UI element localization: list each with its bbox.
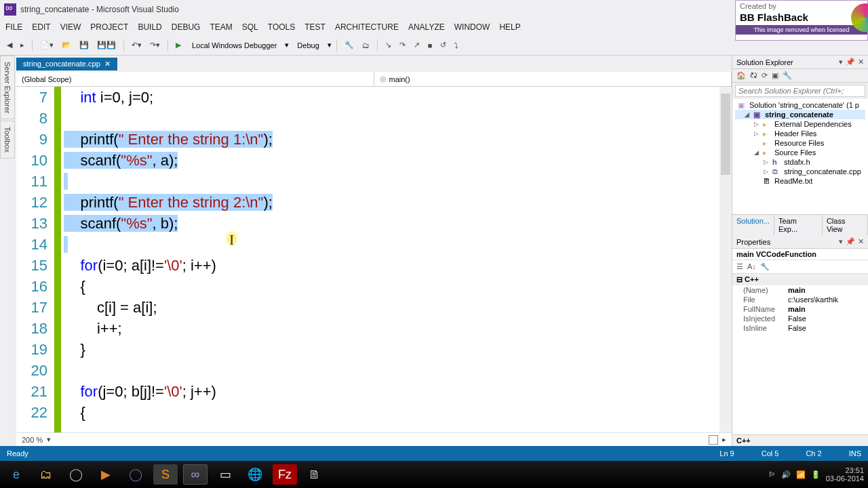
document-tab-active[interactable]: string_concatenate.cpp ✕ — [16, 58, 117, 70]
menu-test[interactable]: TEST — [304, 22, 326, 32]
taskbar-eclipse2-icon[interactable]: ◯ — [123, 464, 148, 485]
forward-button[interactable]: ▸ — [18, 39, 27, 51]
tray-flag-icon[interactable]: 🏳 — [768, 470, 776, 479]
taskbar: e 🗂 ◯ ▶ ◯ S ∞ ▭ 🌐 Fz 🗎 🏳 🔊 📶 🔋 23:51 03-… — [0, 461, 868, 488]
editor-vertical-scrollbar[interactable] — [719, 87, 732, 432]
menu-help[interactable]: HELP — [499, 22, 520, 32]
stop-icon[interactable]: ■ — [425, 40, 435, 51]
scope-right[interactable]: main() — [374, 72, 732, 86]
config-dropdown[interactable]: Debug — [292, 41, 324, 49]
debugger-target[interactable]: Local Windows Debugger — [186, 41, 282, 49]
taskbar-notepad-icon[interactable]: ▭ — [213, 464, 237, 485]
step-over-icon[interactable]: ↷ — [397, 39, 408, 51]
scope-left[interactable]: (Global Scope) — [16, 72, 374, 86]
tray-sound-icon[interactable]: 🔊 — [781, 470, 791, 479]
scroll-right-icon[interactable]: ▸ — [722, 435, 726, 444]
server-explorer-tab[interactable]: Server Explorer — [0, 56, 15, 119]
properties-grid[interactable]: ⊟ C++ (Name)main Filec:\users\karthik Fu… — [732, 274, 868, 434]
solution-node[interactable]: Solution 'string_concatenate' (1 p — [735, 100, 865, 110]
zoom-level[interactable]: 200 % — [22, 436, 43, 444]
taskbar-ie-icon[interactable]: e — [4, 464, 28, 485]
toolbox-tab[interactable]: Toolbox — [0, 121, 15, 159]
undo-button[interactable]: ↶▾ — [129, 39, 144, 51]
project-node[interactable]: ◢string_concatenate — [735, 110, 865, 119]
menu-team[interactable]: TEAM — [210, 22, 232, 32]
taskbar-media-icon[interactable]: ▶ — [94, 464, 118, 485]
taskbar-sublime-icon[interactable]: S — [153, 464, 178, 485]
tab-team-explorer[interactable]: Team Exp... — [774, 215, 823, 235]
menu-file[interactable]: FILE — [5, 22, 22, 32]
properties-category[interactable]: ⊟ C++ — [732, 274, 868, 285]
taskbar-clock[interactable]: 23:51 03-06-2014 — [826, 466, 864, 483]
properties-pin-icon[interactable]: 📌 — [846, 237, 855, 246]
taskbar-vs-icon[interactable]: ∞ — [183, 464, 208, 485]
back-button[interactable]: ◀ — [4, 39, 15, 51]
solution-explorer-label: Solution Explorer — [736, 58, 793, 66]
status-ch: Ch 2 — [806, 449, 821, 458]
menu-view[interactable]: VIEW — [60, 22, 81, 32]
toolbar-icon-4[interactable]: ⤵ — [452, 40, 461, 51]
refresh-icon[interactable]: 🗘 — [750, 71, 757, 80]
menu-window[interactable]: WINDOW — [454, 22, 490, 32]
close-icon[interactable]: ✕ — [104, 60, 111, 68]
categorized-icon[interactable]: ☰ — [736, 262, 743, 271]
menu-build[interactable]: BUILD — [138, 22, 161, 32]
redo-button[interactable]: ↷▾ — [147, 39, 163, 51]
close-panel-icon[interactable]: ✕ — [858, 58, 864, 66]
tray-network-icon[interactable]: 📶 — [796, 470, 806, 479]
home-icon[interactable]: 🏠 — [736, 71, 746, 80]
taskbar-explorer-icon[interactable]: 🗂 — [34, 464, 58, 485]
new-project-button[interactable]: 📄▾ — [37, 39, 56, 51]
properties-close-icon[interactable]: ✕ — [858, 237, 864, 246]
wrench-icon[interactable]: 🔧 — [760, 262, 770, 271]
toolbar-icon-1[interactable]: 🔧 — [342, 39, 357, 51]
prop-row: Filec:\users\karthik — [732, 295, 868, 304]
toolbar-icon-3[interactable]: ↺ — [437, 39, 449, 51]
taskbar-filezilla-icon[interactable]: Fz — [273, 464, 297, 485]
zoom-dropdown-icon[interactable]: ▾ — [47, 435, 51, 444]
menu-debug[interactable]: DEBUG — [172, 22, 201, 32]
step-out-icon[interactable]: ↗ — [411, 39, 422, 51]
properties-subject: main VCCodeFunction — [732, 249, 868, 260]
sync-icon[interactable]: ⟳ — [762, 71, 768, 80]
pin-icon[interactable]: 📌 — [846, 58, 855, 66]
menu-edit[interactable]: EDIT — [32, 22, 50, 32]
menu-analyze[interactable]: ANALYZE — [408, 22, 445, 32]
menu-sql[interactable]: SQL — [242, 22, 258, 32]
taskbar-eclipse-icon[interactable]: ◯ — [64, 464, 88, 485]
cpp-file-node[interactable]: ▷string_concatenate.cpp — [735, 167, 865, 176]
system-tray[interactable]: 🏳 🔊 📶 🔋 23:51 03-06-2014 — [768, 466, 864, 483]
readme-node[interactable]: ReadMe.txt — [735, 176, 865, 186]
external-deps-node[interactable]: ▷External Dependencies — [735, 119, 865, 129]
properties-dropdown-icon[interactable]: ▾ — [839, 237, 843, 246]
menu-tools[interactable]: TOOLS — [268, 22, 295, 32]
step-into-icon[interactable]: ↘ — [382, 39, 394, 51]
tray-battery-icon[interactable]: 🔋 — [811, 470, 821, 479]
taskbar-notes-icon[interactable]: 🗎 — [302, 464, 327, 485]
start-debug-button[interactable]: ▶ — [173, 39, 184, 51]
taskbar-chrome-icon[interactable]: 🌐 — [243, 464, 267, 485]
menu-project[interactable]: PROJECT — [90, 22, 128, 32]
solution-tree[interactable]: Solution 'string_concatenate' (1 p ◢stri… — [732, 99, 868, 214]
resource-files-node[interactable]: Resource Files — [735, 138, 865, 148]
status-ins: INS — [849, 449, 861, 458]
toolbar-icon-2[interactable]: 🗂 — [359, 40, 372, 51]
header-files-node[interactable]: ▷Header Files — [735, 129, 865, 138]
editor-column: string_concatenate.cpp ✕ (Global Scope) … — [16, 56, 732, 446]
open-button[interactable]: 📂 — [59, 39, 74, 51]
collapse-icon[interactable]: ▣ — [772, 71, 778, 80]
save-button[interactable]: 💾 — [77, 39, 92, 51]
search-solution-input[interactable] — [735, 85, 865, 97]
tab-solution[interactable]: Solution... — [732, 215, 774, 235]
menu-architecture[interactable]: ARCHITECTURE — [335, 22, 399, 32]
alphabetical-icon[interactable]: A↓ — [747, 262, 756, 271]
save-all-button[interactable]: 💾💾 — [94, 39, 119, 51]
stdafx-node[interactable]: ▷stdafx.h — [735, 157, 865, 167]
tab-class-view[interactable]: Class View — [823, 215, 868, 235]
properties-icon[interactable]: 🔧 — [783, 71, 792, 80]
panel-dropdown-icon[interactable]: ▾ — [839, 58, 843, 66]
code-editor[interactable]: 78910 11121314 15161718 19202122 int i=0… — [16, 87, 732, 432]
code-body[interactable]: int i=0, j=0; printf(" Enter the string … — [61, 87, 719, 432]
source-files-node[interactable]: ◢Source Files — [735, 148, 865, 157]
horizontal-scrollbar[interactable] — [709, 435, 718, 445]
